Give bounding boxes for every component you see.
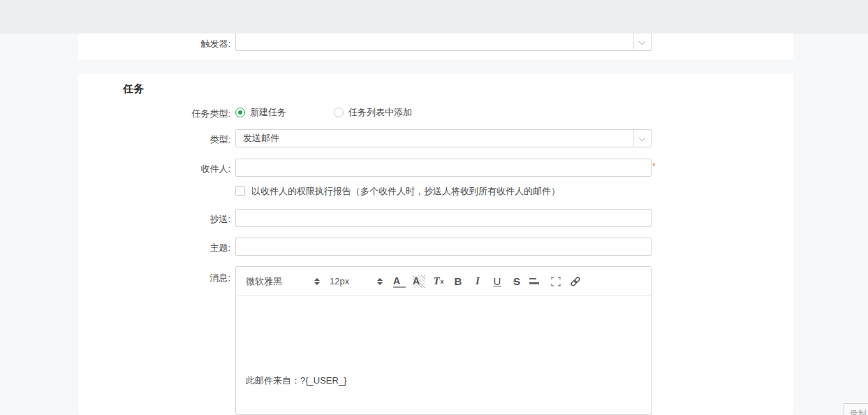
cc-input[interactable] bbox=[235, 209, 652, 227]
header-bar bbox=[0, 0, 868, 34]
type-select[interactable]: 发送邮件 bbox=[235, 129, 652, 147]
editor-body[interactable]: 此邮件来自：?{_USER_} bbox=[236, 296, 651, 415]
radio-from-task-list-label[interactable]: 任务列表中添加 bbox=[348, 106, 412, 119]
italic-icon[interactable]: I bbox=[468, 273, 487, 290]
link-icon[interactable] bbox=[566, 273, 585, 290]
chevron-down-icon bbox=[639, 38, 646, 45]
type-select-value: 发送邮件 bbox=[236, 130, 633, 147]
type-select-arrow-box[interactable] bbox=[633, 130, 651, 147]
subject-label: 主题: bbox=[78, 242, 230, 254]
radio-from-task-list[interactable] bbox=[334, 108, 344, 117]
task-section-heading: 任务 bbox=[123, 82, 144, 96]
align-lines-icon[interactable] bbox=[527, 273, 546, 290]
font-family-spinner-icon[interactable] bbox=[314, 278, 320, 285]
trigger-select[interactable] bbox=[235, 33, 652, 51]
trigger-label: 触发器: bbox=[78, 38, 230, 50]
recipient-label: 收件人: bbox=[78, 163, 230, 175]
strikethrough-icon[interactable]: S bbox=[507, 273, 527, 290]
bold-icon[interactable]: B bbox=[448, 273, 468, 290]
recipient-permission-checkbox[interactable] bbox=[235, 186, 245, 196]
message-editor: 微软雅黑 12px A A Tx B I U S 此邮件来自：?{_USER_} bbox=[235, 266, 652, 415]
recipient-permission-label[interactable]: 以收件人的权限执行报告（多个收件人时，抄送人将收到所有收件人的邮件） bbox=[251, 185, 560, 198]
chevron-down-icon bbox=[639, 135, 646, 142]
task-type-radio-group: 新建任务 任务列表中添加 bbox=[235, 106, 412, 119]
recipient-input[interactable] bbox=[235, 159, 652, 177]
fullscreen-icon[interactable] bbox=[546, 273, 566, 290]
radio-new-task[interactable] bbox=[235, 108, 245, 117]
required-marker: * bbox=[652, 161, 656, 171]
background-color-icon[interactable]: A bbox=[409, 273, 429, 290]
trigger-select-value bbox=[236, 34, 633, 50]
editor-body-text: 此邮件来自：?{_USER_} bbox=[246, 374, 347, 387]
record-button[interactable]: 录制 bbox=[844, 403, 868, 415]
type-label: 类型: bbox=[78, 133, 230, 146]
trigger-select-arrow-box[interactable] bbox=[633, 34, 651, 50]
subject-input[interactable] bbox=[235, 238, 652, 256]
clear-format-icon[interactable]: Tx bbox=[429, 273, 448, 290]
font-color-icon[interactable]: A bbox=[390, 273, 409, 290]
underline-icon[interactable]: U bbox=[487, 273, 507, 290]
task-type-label: 任务类型: bbox=[78, 108, 230, 120]
message-label: 消息: bbox=[78, 272, 230, 284]
font-family-select[interactable]: 微软雅黑 bbox=[246, 275, 313, 288]
font-size-spinner-icon[interactable] bbox=[377, 278, 383, 285]
font-size-select[interactable]: 12px bbox=[330, 276, 376, 286]
cc-label: 抄送: bbox=[78, 213, 230, 226]
radio-new-task-label[interactable]: 新建任务 bbox=[250, 106, 286, 119]
editor-toolbar: 微软雅黑 12px A A Tx B I U S bbox=[236, 267, 651, 296]
